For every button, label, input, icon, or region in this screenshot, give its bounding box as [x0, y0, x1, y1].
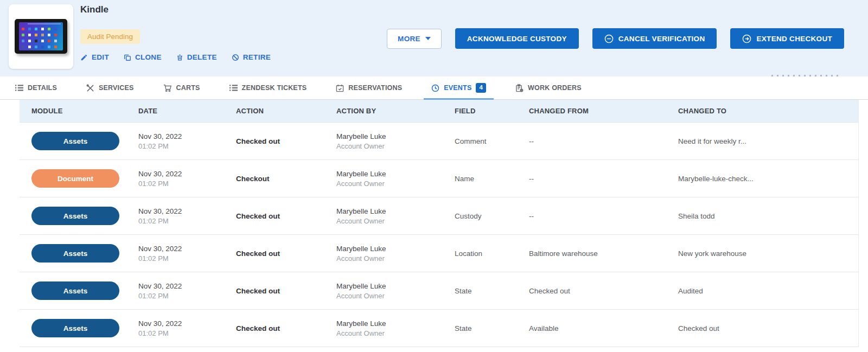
- ban-icon: [232, 54, 239, 61]
- list-icon: [229, 84, 238, 92]
- circle-minus-icon: [604, 34, 614, 43]
- events-table: MODULE DATE ACTION ACTION BY FIELD CHANG…: [20, 100, 859, 347]
- action-cell: Checked out: [236, 212, 336, 220]
- date-cell: Nov 30, 2022 01:02 PM: [138, 245, 236, 263]
- chevron-down-icon: [425, 37, 431, 40]
- asset-header: Kindle Audit Pending EDIT CLONE DELETE R…: [0, 0, 868, 76]
- events-count-badge: 4: [476, 83, 486, 93]
- date-cell: Nov 30, 2022 01:02 PM: [138, 282, 236, 300]
- more-button[interactable]: MORE: [387, 29, 442, 49]
- table-row: Assets Nov 30, 2022 01:02 PM Checked out…: [20, 123, 858, 160]
- action-cell: Checked out: [236, 249, 336, 258]
- table-row: Document Nov 30, 2022 01:02 PM Checkout …: [20, 160, 858, 197]
- app-icons-grid: [22, 28, 24, 30]
- circle-arrow-right-icon: [742, 34, 751, 43]
- changed-from-cell: --: [529, 175, 678, 183]
- tab-services[interactable]: SERVICES: [78, 76, 143, 99]
- status-badge: Audit Pending: [80, 29, 140, 44]
- column-header-changed-from: CHANGED FROM: [529, 107, 678, 115]
- field-cell: Name: [455, 175, 529, 183]
- trash-icon: [176, 54, 183, 61]
- field-cell: State: [455, 287, 529, 295]
- delete-link[interactable]: DELETE: [176, 53, 217, 61]
- list-icon: [15, 84, 23, 92]
- truncated-text-sliver: [771, 75, 840, 76]
- table-row: Assets Nov 30, 2022 01:02 PM Checked out…: [20, 310, 858, 347]
- changed-from-cell: Baltimore warehouse: [529, 249, 678, 258]
- edit-link[interactable]: EDIT: [80, 53, 109, 61]
- table-row: Assets Nov 30, 2022 01:02 PM Checked out…: [20, 272, 858, 310]
- column-header-module: MODULE: [31, 107, 138, 115]
- clipboard-gear-icon: [515, 84, 524, 92]
- copy-icon: [124, 54, 131, 61]
- field-cell: Comment: [455, 137, 529, 145]
- events-table-body: Assets Nov 30, 2022 01:02 PM Checked out…: [20, 123, 858, 347]
- changed-from-cell: --: [529, 212, 678, 220]
- action-cell: Checked out: [236, 324, 336, 332]
- asset-action-links: EDIT CLONE DELETE RETIRE: [80, 53, 271, 61]
- history-clock-icon: [431, 84, 439, 92]
- column-header-date: DATE: [138, 107, 236, 115]
- date-cell: Nov 30, 2022 01:02 PM: [138, 132, 236, 150]
- tab-events[interactable]: EVENTS 4: [423, 76, 495, 99]
- column-header-action: ACTION: [236, 107, 336, 115]
- module-badge[interactable]: Assets: [31, 319, 119, 337]
- module-badge[interactable]: Document: [31, 169, 119, 188]
- tab-details[interactable]: DETAILS: [7, 76, 66, 99]
- tablet-image: [15, 19, 67, 54]
- header-buttons: MORE ACKNOWLEDGE CUSTODY CANCEL VERIFICA…: [387, 28, 844, 49]
- tab-reservations[interactable]: RESERVATIONS: [327, 76, 411, 99]
- action-cell: Checkout: [236, 175, 336, 183]
- action-by-cell: Marybelle Luke Account Owner: [336, 282, 455, 300]
- table-row: Assets Nov 30, 2022 01:02 PM Checked out…: [20, 197, 858, 235]
- extend-checkout-button[interactable]: EXTEND CHECKOUT: [730, 28, 844, 49]
- retire-link[interactable]: RETIRE: [232, 53, 271, 61]
- tab-zendesk-tickets[interactable]: ZENDESK TICKETS: [221, 76, 316, 99]
- pencil-icon: [80, 54, 88, 61]
- changed-from-cell: Available: [529, 324, 678, 332]
- acknowledge-custody-button[interactable]: ACKNOWLEDGE CUSTODY: [455, 28, 579, 49]
- clone-link[interactable]: CLONE: [124, 53, 162, 61]
- tablet-screen: [19, 22, 63, 50]
- column-header-changed-to: CHANGED TO: [678, 107, 858, 115]
- changed-from-cell: --: [529, 137, 678, 145]
- changed-to-cell: Checked out: [678, 324, 858, 332]
- field-cell: Location: [455, 249, 529, 258]
- module-badge[interactable]: Assets: [31, 244, 119, 263]
- action-by-cell: Marybelle Luke Account Owner: [336, 207, 455, 225]
- changed-to-cell: Sheila todd: [678, 212, 858, 220]
- date-cell: Nov 30, 2022 01:02 PM: [138, 319, 236, 337]
- action-by-cell: Marybelle Luke Account Owner: [336, 319, 455, 337]
- action-cell: Checked out: [236, 287, 336, 295]
- calendar-icon: [336, 84, 344, 92]
- action-by-cell: Marybelle Luke Account Owner: [336, 245, 455, 263]
- module-badge[interactable]: Assets: [31, 207, 119, 225]
- cart-icon: [163, 84, 172, 92]
- changed-to-cell: Need it for weekly r...: [678, 137, 858, 145]
- field-cell: State: [455, 324, 529, 332]
- events-table-header: MODULE DATE ACTION ACTION BY FIELD CHANG…: [20, 100, 858, 123]
- action-by-cell: Marybelle Luke Account Owner: [336, 132, 455, 150]
- changed-to-cell: Audited: [678, 287, 858, 295]
- page-title: Kindle: [80, 4, 108, 15]
- changed-to-cell: Marybelle-luke-check...: [678, 175, 858, 183]
- tab-bar: DETAILS SERVICES CARTS ZENDESK TICKETS R…: [0, 76, 868, 100]
- tab-carts[interactable]: CARTS: [155, 76, 209, 99]
- module-badge[interactable]: Assets: [31, 132, 119, 150]
- changed-to-cell: New york warehouse: [678, 249, 858, 258]
- date-cell: Nov 30, 2022 01:02 PM: [138, 170, 236, 188]
- tools-icon: [86, 84, 94, 92]
- module-badge[interactable]: Assets: [31, 281, 119, 300]
- field-cell: Custody: [455, 212, 529, 220]
- date-cell: Nov 30, 2022 01:02 PM: [138, 207, 236, 225]
- asset-thumbnail[interactable]: [9, 4, 73, 69]
- cancel-verification-button[interactable]: CANCEL VERIFICATION: [592, 28, 717, 49]
- action-by-cell: Marybelle Luke Account Owner: [336, 170, 455, 188]
- changed-from-cell: Checked out: [529, 287, 678, 295]
- tab-work-orders[interactable]: WORK ORDERS: [507, 76, 590, 99]
- action-cell: Checked out: [236, 137, 336, 145]
- column-header-field: FIELD: [455, 107, 529, 115]
- table-row: Assets Nov 30, 2022 01:02 PM Checked out…: [20, 235, 858, 272]
- column-header-action-by: ACTION BY: [336, 107, 455, 115]
